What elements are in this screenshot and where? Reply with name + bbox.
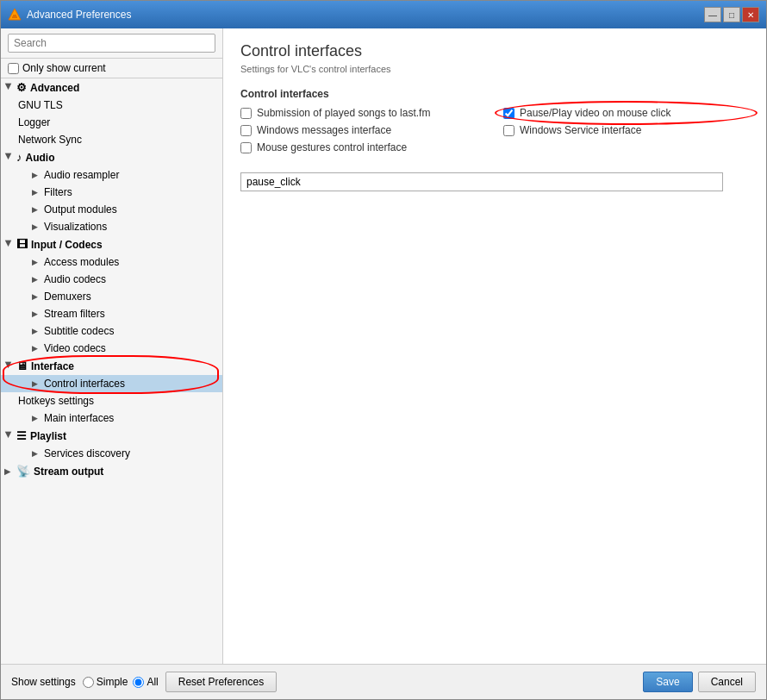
sidebar-item-demuxers[interactable]: ▶ Demuxers: [1, 288, 222, 305]
radio-all-label[interactable]: All: [133, 676, 158, 688]
arrow-playlist: ▶: [4, 432, 13, 441]
sidebar-label-gnu-tls: GNU TLS: [18, 99, 63, 111]
arrow-audio: ▶: [4, 153, 13, 162]
sidebar-label-stream-filters: Stream filters: [44, 308, 105, 320]
sidebar-label-stream-output: Stream output: [34, 466, 103, 478]
section-header: Control interfaces: [240, 88, 749, 100]
sidebar-item-input-codecs[interactable]: ▶ 🎞 Input / Codecs: [1, 235, 222, 253]
sidebar-item-audio-codecs[interactable]: ▶ Audio codecs: [1, 271, 222, 288]
search-input[interactable]: [8, 34, 215, 53]
arrow-demuxers: ▶: [32, 292, 41, 301]
film-icon: 🎞: [16, 238, 28, 251]
checkbox-row-windows-service: Windows Service interface: [503, 124, 749, 136]
sidebar-label-network-sync: Network Sync: [18, 134, 82, 146]
sidebar-label-demuxers: Demuxers: [44, 291, 91, 303]
sidebar-item-access-modules[interactable]: ▶ Access modules: [1, 253, 222, 271]
main-window: Advanced Preferences — □ ✕ Only show cur…: [0, 0, 767, 700]
sidebar-item-network-sync[interactable]: Network Sync: [1, 131, 222, 148]
only-show-current-checkbox[interactable]: [8, 63, 19, 74]
sidebar-item-stream-filters[interactable]: ▶ Stream filters: [1, 305, 222, 322]
checkbox-windows-service[interactable]: [503, 125, 514, 136]
save-button[interactable]: Save: [643, 672, 692, 692]
content-area: Only show current ▶ ⚙ Advanced GNU TLS L…: [1, 28, 766, 664]
arrow-services-discovery: ▶: [32, 449, 41, 458]
label-windows-service: Windows Service interface: [520, 124, 641, 136]
sidebar-label-input-codecs: Input / Codecs: [31, 239, 103, 251]
arrow-filters: ▶: [32, 188, 41, 197]
arrow-audio-codecs: ▶: [32, 275, 41, 284]
search-box: [1, 28, 222, 59]
arrow-subtitle-codecs: ▶: [32, 327, 41, 335]
sidebar-item-output-modules[interactable]: ▶ Output modules: [1, 201, 222, 218]
label-mouse-gestures: Mouse gestures control interface: [257, 141, 407, 153]
checkbox-last-fm[interactable]: [240, 108, 252, 119]
sidebar-label-advanced: Advanced: [30, 82, 79, 94]
sidebar-item-logger[interactable]: Logger: [1, 114, 222, 131]
bottom-bar: Show settings Simple All Reset Preferenc…: [1, 664, 766, 699]
sidebar-label-audio: Audio: [26, 152, 55, 164]
sidebar-item-control-interfaces[interactable]: ▶ Control interfaces: [1, 375, 222, 392]
gear-icon: ⚙: [16, 81, 27, 94]
sidebar-oval-interface: ▶ 🖥 Interface ▶ Control interfaces: [1, 357, 222, 392]
sidebar-item-visualizations[interactable]: ▶ Visualizations: [1, 218, 222, 235]
sidebar-label-subtitle-codecs: Subtitle codecs: [44, 325, 114, 337]
arrow-access-modules: ▶: [32, 258, 41, 266]
radio-all-text: All: [147, 676, 158, 688]
radio-simple[interactable]: [83, 677, 94, 688]
close-button[interactable]: ✕: [742, 7, 759, 22]
show-settings-label: Show settings: [11, 676, 76, 688]
monitor-icon: 🖥: [16, 359, 28, 372]
minimize-button[interactable]: —: [704, 7, 721, 22]
radio-all[interactable]: [133, 677, 144, 688]
sidebar-item-interface[interactable]: ▶ 🖥 Interface: [1, 357, 222, 375]
sidebar-item-stream-output[interactable]: ▶ 📡 Stream output: [1, 462, 222, 480]
sidebar-item-hotkeys-settings[interactable]: Hotkeys settings: [1, 392, 222, 409]
cancel-button[interactable]: Cancel: [698, 672, 756, 692]
sidebar-item-audio[interactable]: ▶ ♪ Audio: [1, 148, 222, 166]
only-show-current-label: Only show current: [22, 62, 106, 74]
panel-subtitle: Settings for VLC's control interfaces: [240, 64, 749, 74]
checkbox-windows-messages[interactable]: [240, 125, 252, 136]
arrow-main-interfaces: ▶: [32, 414, 41, 422]
left-column: Submission of played songs to last.fm Wi…: [240, 107, 486, 159]
checkbox-mouse-gestures[interactable]: [240, 142, 252, 153]
right-column: Pause/Play video on mouse click Windows …: [503, 107, 749, 159]
sidebar-label-logger: Logger: [18, 116, 50, 128]
arrow-stream-output: ▶: [4, 467, 13, 476]
reset-preferences-button[interactable]: Reset Preferences: [165, 672, 277, 692]
svg-rect-1: [12, 16, 17, 18]
playlist-icon: ☰: [16, 429, 27, 442]
checkbox-row-last-fm: Submission of played songs to last.fm: [240, 107, 486, 119]
maximize-button[interactable]: □: [723, 7, 740, 22]
arrow-input-codecs: ▶: [4, 241, 13, 249]
sidebar-label-access-modules: Access modules: [44, 256, 119, 268]
arrow-interface: ▶: [4, 362, 13, 371]
sidebar-label-audio-resampler: Audio resampler: [44, 169, 119, 181]
sidebar-item-filters[interactable]: ▶ Filters: [1, 184, 222, 201]
text-field[interactable]: [240, 172, 723, 191]
radio-simple-label[interactable]: Simple: [83, 676, 128, 688]
label-windows-messages: Windows messages interface: [257, 124, 391, 136]
arrow-stream-filters: ▶: [32, 309, 41, 318]
sidebar-item-gnu-tls[interactable]: GNU TLS: [1, 97, 222, 114]
bottom-buttons: Save Cancel: [643, 672, 756, 692]
label-last-fm: Submission of played songs to last.fm: [257, 107, 430, 119]
sidebar: Only show current ▶ ⚙ Advanced GNU TLS L…: [1, 28, 223, 664]
arrow-control-interfaces: ▶: [32, 379, 41, 388]
panel-title: Control interfaces: [240, 42, 749, 60]
arrow-advanced: ▶: [4, 84, 13, 92]
sidebar-item-audio-resampler[interactable]: ▶ Audio resampler: [1, 166, 222, 184]
sidebar-item-subtitle-codecs[interactable]: ▶ Subtitle codecs: [1, 322, 222, 340]
sidebar-item-advanced[interactable]: ▶ ⚙ Advanced: [1, 78, 222, 97]
sidebar-item-video-codecs[interactable]: ▶ Video codecs: [1, 340, 222, 357]
stream-icon: 📡: [16, 465, 30, 478]
sidebar-item-playlist[interactable]: ▶ ☰ Playlist: [1, 427, 222, 445]
checkbox-pause-play[interactable]: [503, 108, 514, 119]
window-title: Advanced Preferences: [27, 9, 131, 21]
only-show-current-row: Only show current: [1, 59, 222, 78]
sidebar-label-visualizations: Visualizations: [44, 221, 107, 233]
title-bar-buttons: — □ ✕: [704, 7, 759, 22]
sidebar-item-main-interfaces[interactable]: ▶ Main interfaces: [1, 409, 222, 427]
sidebar-item-services-discovery[interactable]: ▶ Services discovery: [1, 445, 222, 462]
show-settings: Show settings Simple All Reset Preferenc…: [11, 672, 277, 692]
